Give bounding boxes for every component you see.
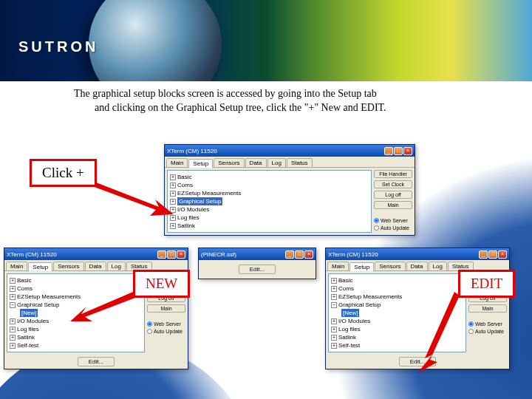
tree-item[interactable]: +Satlink xyxy=(10,333,142,341)
tab-sensors[interactable]: Sensors xyxy=(214,158,244,167)
window-title: XTerm (CM) 11520 xyxy=(7,251,157,258)
logoff-button[interactable]: Log off xyxy=(374,191,412,199)
tree-label: Coms xyxy=(177,181,193,189)
tree-item[interactable]: +EZSetup Measurements xyxy=(170,189,369,197)
minimize-button[interactable]: _ xyxy=(384,147,393,155)
tab-setup[interactable]: Setup xyxy=(188,159,213,168)
earth-graphic xyxy=(89,0,222,81)
file-handler-button[interactable]: File Handler xyxy=(374,170,412,178)
tree-item[interactable]: +Basic xyxy=(331,276,463,284)
tab-log[interactable]: Log xyxy=(267,158,286,167)
side-panel: File Handler Set Clock Log off Main Web … xyxy=(374,170,412,233)
content-area: The graphical setup blocks screen is acc… xyxy=(0,81,532,399)
svg-marker-1 xyxy=(70,292,135,321)
webserver-radio[interactable]: Web Server xyxy=(374,218,412,223)
tree-item[interactable]: +Log files xyxy=(170,214,369,222)
minimize-button[interactable]: _ xyxy=(479,250,488,259)
tree-label: EZSetup Measurements xyxy=(177,189,241,197)
maximize-button[interactable]: □ xyxy=(295,250,304,259)
tree-label: EZSetup Measurements xyxy=(338,293,402,301)
maximize-button[interactable]: □ xyxy=(394,147,403,155)
callout-click-plus: Click + xyxy=(30,159,97,187)
set-clock-button[interactable]: Set Clock xyxy=(374,180,412,188)
tree-label: Log files xyxy=(17,325,39,333)
close-button[interactable]: × xyxy=(498,250,507,259)
tree-label: Satlink xyxy=(177,222,195,230)
tree-toggle-icon[interactable]: − xyxy=(10,302,16,308)
tree-toggle-icon[interactable]: + xyxy=(10,278,16,284)
tree-item[interactable]: +Basic xyxy=(170,173,369,181)
close-button[interactable]: × xyxy=(177,250,185,259)
tree-label: Coms xyxy=(17,284,33,293)
tab-data[interactable]: Data xyxy=(245,158,267,167)
autoupdate-radio[interactable]: Auto Update xyxy=(374,225,412,231)
tab-data[interactable]: Data xyxy=(85,262,106,270)
tree-toggle-icon[interactable]: + xyxy=(10,343,16,349)
tab-sensors[interactable]: Sensors xyxy=(53,262,83,270)
header-band: SUTRON xyxy=(0,0,532,81)
tree-toggle-icon[interactable]: + xyxy=(331,343,337,349)
titlebar[interactable]: XTerm (CM) 11520 _ □ × xyxy=(4,248,188,260)
main-button[interactable]: Main xyxy=(468,304,507,313)
main-button[interactable]: Main xyxy=(374,201,412,209)
tree-item[interactable]: +Self-test xyxy=(10,341,142,349)
titlebar[interactable]: XTerm (CM) 11520 _ □ × xyxy=(326,248,509,260)
window-top: XTerm (CM) 11520 _ □ × Main Setup Sensor… xyxy=(164,144,415,236)
intro-line1: The graphical setup blocks screen is acc… xyxy=(74,87,510,101)
webserver-radio[interactable]: Web Server xyxy=(468,321,507,327)
tree-toggle-icon[interactable]: + xyxy=(331,327,337,332)
main-button[interactable]: Main xyxy=(147,304,185,313)
maximize-button[interactable]: □ xyxy=(488,250,497,259)
close-button[interactable]: × xyxy=(304,250,313,259)
tree-toggle-icon[interactable]: + xyxy=(10,327,16,332)
tree-toggle-icon[interactable]: + xyxy=(170,223,176,229)
tab-setup[interactable]: Setup xyxy=(28,262,52,271)
tab-log[interactable]: Log xyxy=(429,262,447,270)
tree-label: I/O Modules xyxy=(338,317,370,325)
tree-item[interactable]: +Basic xyxy=(10,276,142,284)
maximize-button[interactable]: □ xyxy=(167,250,176,259)
titlebar[interactable]: XTerm (CM) 11520 _ □ × xyxy=(165,145,415,157)
tree-toggle-icon[interactable]: + xyxy=(331,294,337,300)
tree-toggle-icon[interactable]: + xyxy=(10,318,16,324)
tree-item[interactable]: +Graphical Setup xyxy=(170,197,369,205)
tree-toggle-icon[interactable]: + xyxy=(331,278,337,284)
callout-new: NEW xyxy=(133,270,190,298)
minimize-button[interactable]: _ xyxy=(285,250,294,259)
tab-setup[interactable]: Setup xyxy=(349,262,374,271)
tree-label: Basic xyxy=(338,276,353,284)
tree-item[interactable]: +I/O Modules xyxy=(170,205,369,214)
edit-button[interactable]: Edit... xyxy=(78,357,115,366)
window-title: XTerm (CM) 11520 xyxy=(167,148,384,154)
tree-toggle-icon[interactable]: + xyxy=(331,286,337,292)
tree-toggle-icon[interactable]: + xyxy=(10,294,16,300)
tab-main[interactable]: Main xyxy=(6,262,27,270)
tab-sensors[interactable]: Sensors xyxy=(375,262,405,270)
titlebar[interactable]: (PINECR.ssf) _ □ × xyxy=(199,248,316,260)
autoupdate-radio[interactable]: Auto Update xyxy=(468,329,507,334)
tree-toggle-icon[interactable]: + xyxy=(10,335,16,341)
webserver-radio[interactable]: Web Server xyxy=(147,321,185,327)
tree-label: [New] xyxy=(20,309,38,317)
tree-toggle-icon[interactable]: + xyxy=(331,335,337,341)
minimize-button[interactable]: _ xyxy=(157,250,166,259)
edit-button[interactable]: Edit... xyxy=(239,265,276,274)
tree-toggle-icon[interactable]: + xyxy=(10,286,16,292)
tree-panel[interactable]: +Basic+Coms+EZSetup Measurements+Graphic… xyxy=(167,170,372,233)
tree-item[interactable]: +Satlink xyxy=(170,222,369,230)
tree-toggle-icon[interactable]: − xyxy=(331,302,337,308)
tree-item[interactable]: +Coms xyxy=(170,181,369,189)
close-button[interactable]: × xyxy=(403,147,412,155)
tree-label: Satlink xyxy=(17,333,35,341)
tree-label: Basic xyxy=(177,173,192,181)
arrow-edit-icon xyxy=(414,292,466,373)
tree-label: Graphical Setup xyxy=(177,197,222,205)
autoupdate-radio[interactable]: Auto Update xyxy=(147,329,185,334)
tab-main[interactable]: Main xyxy=(166,158,188,167)
tab-log[interactable]: Log xyxy=(107,262,126,270)
tree-toggle-icon[interactable]: + xyxy=(331,318,337,324)
tab-status[interactable]: Status xyxy=(287,158,313,167)
tab-main[interactable]: Main xyxy=(327,262,349,270)
tab-data[interactable]: Data xyxy=(406,262,428,270)
intro-text: The graphical setup blocks screen is acc… xyxy=(74,87,510,115)
